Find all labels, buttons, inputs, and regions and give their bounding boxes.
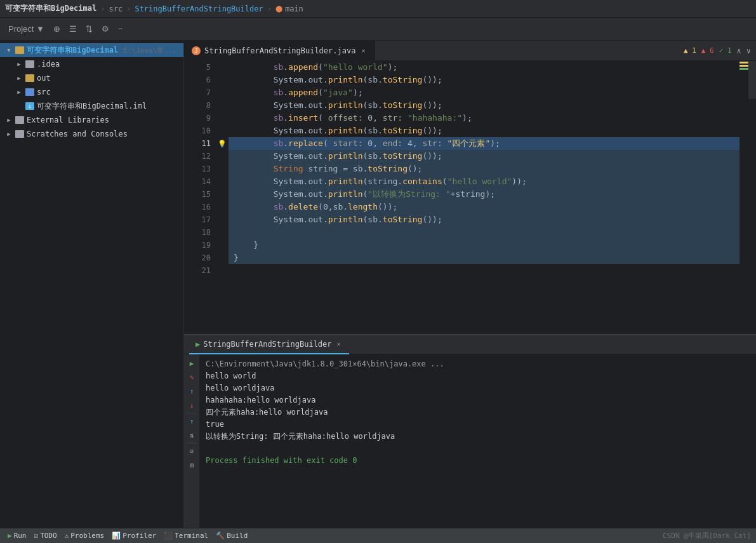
code-content[interactable]: sb.append("hello world"); System.out.pri… <box>229 61 739 334</box>
gutter-18 <box>216 226 229 239</box>
gutter-21 <box>216 264 229 277</box>
ln-11: 11 <box>187 137 211 150</box>
more-btn[interactable]: ⊞ <box>185 459 198 471</box>
problems-icon: ⚠ <box>65 532 69 540</box>
scroll-up-btn[interactable]: ↑ <box>185 385 198 398</box>
tree-expand-out: ▶ <box>15 74 23 82</box>
toolbar-settings-btn[interactable]: ⚙ <box>98 22 112 36</box>
editor-right-gutter <box>739 61 748 334</box>
console-out-5: true <box>206 419 224 431</box>
console-out-3: hahahaha:hello worldjava <box>206 394 315 406</box>
bottom-content: ▶ ✎ ↑ ↓ ↑ ⇅ ⊟ ⊞ C:\Environment\Java\jdk1… <box>184 354 756 528</box>
sidebar-item-extlib[interactable]: ▶ External Libraries <box>0 113 183 127</box>
console-line-3: hahahaha:hello worldjava <box>206 394 750 406</box>
terminal-btn[interactable]: ⬛ Terminal <box>161 530 211 541</box>
run-status-btn[interactable]: ▶ Run <box>5 530 29 541</box>
toolbar-add-btn[interactable]: ⊕ <box>50 22 63 36</box>
folder-icon-scratches <box>15 130 24 138</box>
edit-run-btn[interactable]: ✎ <box>185 371 198 384</box>
run-status-icon: ▶ <box>8 532 12 540</box>
run-tab-close[interactable]: ✕ <box>335 340 343 348</box>
tab-close-btn[interactable]: ✕ <box>359 46 367 55</box>
sidebar-item-iml[interactable]: i 可变字符串和BigDecimal.iml <box>0 99 183 113</box>
warning-badge: ▲ 1 <box>684 46 696 55</box>
console-line-0: C:\Environment\Java\jdk1.8.0_301×64\bin\… <box>206 358 750 370</box>
method-icon: ⬤ <box>275 5 282 12</box>
gutter-19 <box>216 239 229 251</box>
run-tab[interactable]: ▶ StringBufferAndStringBuilder ✕ <box>189 335 349 354</box>
code-line-17: System.out.println(sb.toString()); <box>229 213 739 226</box>
status-right: CSDN @牛泉禹[Dark Cat] <box>663 531 751 540</box>
editor-tab-active[interactable]: J StringBufferAndStringBuilder.java ✕ <box>184 41 375 61</box>
gutter-14 <box>216 175 229 188</box>
separator-1 <box>186 413 197 413</box>
console-out-4: 四个元素haha:hello worldjava <box>206 406 328 419</box>
folder-icon-idea <box>25 60 34 68</box>
build-icon: 🔨 <box>216 532 225 540</box>
toolbar-sort-btn[interactable]: ⇅ <box>83 22 96 36</box>
ln-9: 9 <box>187 112 211 124</box>
out-label: out <box>37 74 51 83</box>
problems-btn[interactable]: ⚠ Problems <box>62 530 107 541</box>
sidebar-item-scratches[interactable]: ▶ Scratches and Consoles <box>0 127 183 141</box>
collapse-btn[interactable]: ∧ <box>737 46 741 55</box>
project-dropdown[interactable]: Project ▼ <box>5 22 48 36</box>
build-btn[interactable]: 🔨 Build <box>213 530 250 541</box>
terminal-icon: ⬛ <box>164 532 173 540</box>
sidebar-tree: ▼ 可变字符串和BigDecimal E:\Java\常... ▶ .idea … <box>0 41 183 528</box>
ln-18: 18 <box>187 226 211 239</box>
ln-21: 21 <box>187 264 211 277</box>
ln-6: 6 <box>187 74 211 86</box>
editor-area: J StringBufferAndStringBuilder.java ✕ ▲ … <box>184 41 756 528</box>
sidebar-item-root[interactable]: ▼ 可变字符串和BigDecimal E:\Java\常... <box>0 43 183 57</box>
todo-btn[interactable]: ☑ TODO <box>32 530 60 541</box>
tree-expand-src: ▶ <box>15 88 23 96</box>
right-mark-warn2 <box>739 65 748 67</box>
iml-label: 可变字符串和BigDecimal.iml <box>37 101 147 112</box>
code-line-10: System.out.println(sb.toString()); <box>229 124 739 137</box>
sidebar-item-src[interactable]: ▶ src <box>0 85 183 99</box>
run-sidebar: ▶ ✎ ↑ ↓ ↑ ⇅ ⊟ ⊞ <box>184 354 199 528</box>
filter-btn[interactable]: ⇅ <box>185 429 198 441</box>
problems-label: Problems <box>70 532 104 540</box>
run-icon: ▶ <box>196 340 200 349</box>
stop-btn[interactable]: ↓ <box>185 399 198 412</box>
ln-10: 10 <box>187 124 211 137</box>
expand-btn[interactable]: ∨ <box>746 46 751 55</box>
code-line-12: System.out.println(sb.toString()); <box>229 150 739 163</box>
rerun-btn[interactable]: ▶ <box>185 357 198 370</box>
gutter-6 <box>216 74 229 86</box>
title-bar: 可变字符串和BigDecimal › src › StringBufferAnd… <box>0 0 756 18</box>
main-area: ▼ 可变字符串和BigDecimal E:\Java\常... ▶ .idea … <box>0 41 756 528</box>
bulb-icon[interactable]: 💡 <box>218 140 227 148</box>
code-line-14: System.out.println(string.contains("hell… <box>229 175 739 188</box>
run-tab-label: StringBufferAndStringBuilder <box>203 340 331 349</box>
toolbar-minimize-btn[interactable]: − <box>115 22 126 36</box>
src-sidebar-label: src <box>37 88 51 97</box>
bottom-tab-bar: ▶ StringBufferAndStringBuilder ✕ <box>184 335 756 354</box>
wrap-btn[interactable]: ⊟ <box>185 445 198 457</box>
gutter-9 <box>216 112 229 124</box>
profiler-btn[interactable]: 📊 Profiler <box>109 530 159 541</box>
gutter-16 <box>216 201 229 213</box>
gutter-11-bulb[interactable]: 💡 <box>216 137 229 150</box>
minimap <box>748 61 756 334</box>
sidebar-item-idea[interactable]: ▶ .idea <box>0 57 183 71</box>
ln-16: 16 <box>187 201 211 213</box>
gutter-10 <box>216 124 229 137</box>
tree-expand-extlib: ▶ <box>5 116 13 124</box>
code-line-16: sb.delete(0,sb.length()); <box>229 201 739 213</box>
tree-expand-idea: ▶ <box>15 60 23 68</box>
minimap-thumb <box>748 61 756 99</box>
error-badge: ▲ 6 <box>701 46 714 55</box>
toolbar-collapse-btn[interactable]: ☰ <box>66 22 80 36</box>
code-line-15: System.out.println("以转换为String: "+string… <box>229 188 739 201</box>
tree-expand-scratches: ▶ <box>5 130 13 138</box>
console-out-1: hello world <box>206 370 256 382</box>
sidebar-item-out[interactable]: ▶ out <box>0 71 183 85</box>
toolbar: Project ▼ ⊕ ☰ ⇅ ⚙ − <box>0 18 756 41</box>
src-label: src <box>109 4 123 13</box>
scroll-down-btn[interactable]: ↑ <box>185 415 198 427</box>
idea-label: .idea <box>37 60 60 69</box>
folder-icon-extlib <box>15 116 24 124</box>
